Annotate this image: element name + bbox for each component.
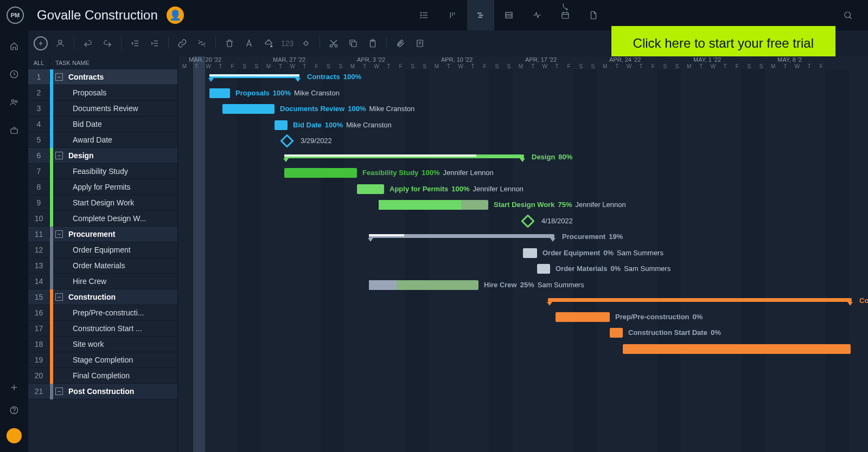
task-row[interactable]: 13 Order Materials <box>28 258 177 274</box>
collapse-icon[interactable]: − <box>55 73 63 81</box>
view-files-icon[interactable] <box>580 0 607 30</box>
summary-bar[interactable] <box>548 298 852 302</box>
task-bar[interactable] <box>523 248 537 258</box>
assign-icon[interactable] <box>53 36 67 50</box>
collapse-icon[interactable]: − <box>55 152 63 159</box>
task-bar[interactable] <box>357 184 384 194</box>
task-bar[interactable] <box>379 200 488 210</box>
view-list-icon[interactable] <box>411 0 438 30</box>
task-bar[interactable] <box>222 104 275 114</box>
nav-team-icon[interactable] <box>9 98 19 109</box>
paste-icon[interactable] <box>366 36 380 50</box>
task-row[interactable]: 5 Award Date <box>28 132 177 148</box>
gantt-row[interactable]: 4/18/2022 <box>178 214 868 229</box>
unlink-icon[interactable] <box>195 36 209 50</box>
task-row[interactable]: 16 Prep/Pre-constructi... <box>28 305 177 321</box>
col-name[interactable]: TASK NAME <box>50 56 177 69</box>
copy-icon[interactable] <box>346 36 360 50</box>
gantt-row[interactable]: Prep/Pre-construction0% <box>178 309 868 325</box>
task-bar[interactable] <box>610 328 623 338</box>
add-task-icon[interactable] <box>34 36 48 50</box>
redo-icon[interactable] <box>100 36 114 50</box>
undo-icon[interactable] <box>81 36 95 50</box>
nav-add-icon[interactable] <box>9 383 19 395</box>
view-activity-icon[interactable] <box>524 0 551 30</box>
task-bar[interactable] <box>284 168 357 178</box>
task-row[interactable]: 7 Feasibility Study <box>28 164 177 179</box>
gantt-row[interactable]: Proposals100%Mike Cranston <box>178 86 868 101</box>
task-row[interactable]: 6 − Design <box>28 148 177 164</box>
user-avatar[interactable] <box>7 428 22 443</box>
task-bar[interactable] <box>623 344 851 354</box>
link-icon[interactable] <box>175 36 189 50</box>
gantt-row[interactable]: Construction <box>178 293 868 309</box>
task-row[interactable]: 19 Stage Completion <box>28 352 177 368</box>
task-row[interactable]: 1 − Contracts <box>28 69 177 85</box>
gantt-chart[interactable]: MAR, 20 '22MAR, 27 '22APR, 3 '22APR, 10 … <box>178 56 868 452</box>
task-row[interactable]: 10 Complete Design W... <box>28 211 177 227</box>
task-row[interactable]: 14 Hire Crew <box>28 274 177 289</box>
text-icon[interactable] <box>242 36 256 50</box>
milestone-icon[interactable] <box>299 36 313 50</box>
gantt-row[interactable]: Construction Start Date0% <box>178 325 868 341</box>
nav-help-icon[interactable] <box>9 405 19 417</box>
color-icon[interactable] <box>261 36 276 50</box>
task-row[interactable]: 8 Apply for Permits <box>28 179 177 195</box>
task-row[interactable]: 3 Documents Review <box>28 101 177 117</box>
collapse-icon[interactable]: − <box>55 230 63 238</box>
gantt-row[interactable]: Order Materials0%Sam Summers <box>178 261 868 277</box>
nav-home-icon[interactable] <box>9 41 19 53</box>
summary-bar[interactable] <box>209 74 299 78</box>
task-row[interactable]: 4 Bid Date <box>28 117 177 132</box>
collapse-icon[interactable]: − <box>55 388 63 395</box>
task-bar[interactable] <box>275 120 288 130</box>
gantt-body[interactable]: Contracts100% Proposals100%Mike Cranston… <box>178 69 868 452</box>
gantt-row[interactable]: Procurement19% <box>178 229 868 245</box>
task-row[interactable]: 12 Order Equipment <box>28 242 177 258</box>
milestone-icon[interactable] <box>521 214 534 228</box>
cut-icon[interactable] <box>327 36 341 50</box>
task-bar[interactable] <box>209 88 230 98</box>
summary-bar[interactable] <box>369 234 554 238</box>
nav-portfolio-icon[interactable] <box>9 126 19 138</box>
view-board-icon[interactable] <box>439 0 466 30</box>
nav-recent-icon[interactable] <box>9 69 19 81</box>
gantt-row[interactable]: 3/29/2022 <box>178 133 868 149</box>
gantt-row[interactable]: Bid Date100%Mike Cranston <box>178 118 868 133</box>
gantt-row[interactable]: Hire Crew25%Sam Summers <box>178 277 868 293</box>
view-gantt-icon[interactable] <box>467 0 494 30</box>
app-logo[interactable]: PM <box>7 7 24 24</box>
note-icon[interactable] <box>413 36 427 50</box>
delete-icon[interactable] <box>222 36 237 50</box>
task-row[interactable]: 21 − Post Construction <box>28 384 177 399</box>
task-row[interactable]: 18 Site work <box>28 337 177 352</box>
task-row[interactable]: 11 − Procurement <box>28 227 177 242</box>
outdent-icon[interactable] <box>128 36 142 50</box>
gantt-row[interactable]: Documents Review100%Mike Cranston <box>178 101 868 117</box>
gantt-row[interactable] <box>178 341 868 357</box>
free-trial-button[interactable]: Click here to start your free trial <box>611 26 835 61</box>
indent-icon[interactable] <box>148 36 162 50</box>
project-avatar[interactable]: 👤 <box>167 7 184 24</box>
col-all[interactable]: ALL <box>28 56 50 69</box>
milestone-icon[interactable] <box>280 134 293 147</box>
gantt-row[interactable]: Design80% <box>178 150 868 165</box>
task-row[interactable]: 2 Proposals <box>28 85 177 101</box>
task-row[interactable]: 17 Construction Start ... <box>28 321 177 337</box>
task-bar[interactable] <box>537 264 550 274</box>
task-list-body[interactable]: 1 − Contracts2 Proposals3 Documents Revi… <box>28 69 177 452</box>
search-icon[interactable] <box>834 0 861 30</box>
task-row[interactable]: 15 − Construction <box>28 289 177 305</box>
gantt-row[interactable]: Order Equipment0%Sam Summers <box>178 246 868 261</box>
task-row[interactable]: 20 Final Completion <box>28 368 177 384</box>
gantt-row[interactable]: Feasibility Study100%Jennifer Lennon <box>178 165 868 181</box>
attach-icon[interactable] <box>393 36 407 50</box>
collapse-icon[interactable]: − <box>55 293 63 301</box>
gantt-row[interactable]: Apply for Permits100%Jennifer Lennon <box>178 182 868 197</box>
view-calendar-icon[interactable] <box>552 0 579 30</box>
view-sheet-icon[interactable] <box>495 0 522 30</box>
task-row[interactable]: 9 Start Design Work <box>28 195 177 211</box>
gantt-row[interactable]: Start Design Work75%Jennifer Lennon <box>178 197 868 213</box>
task-bar[interactable] <box>369 280 478 290</box>
task-bar[interactable] <box>556 312 610 322</box>
